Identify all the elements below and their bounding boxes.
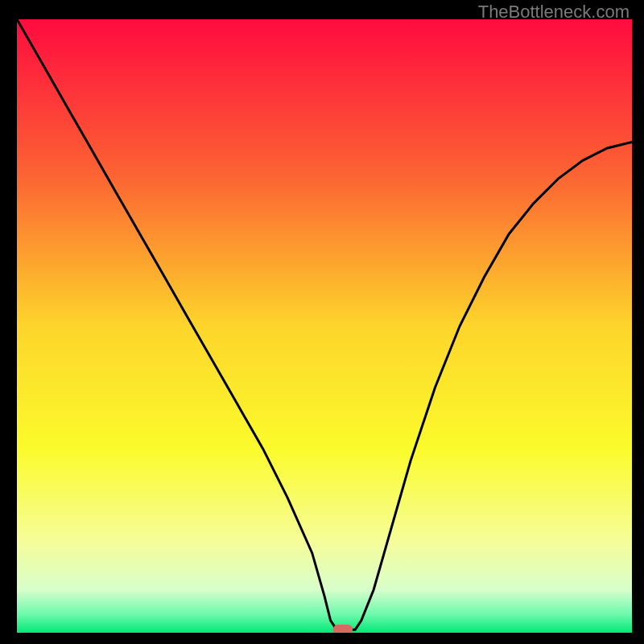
chart-svg	[17, 19, 632, 633]
optimal-marker	[333, 625, 353, 633]
chart-background	[17, 19, 632, 633]
attribution-label: TheBottleneck.com	[478, 2, 630, 23]
chart-plot-area	[17, 19, 632, 633]
